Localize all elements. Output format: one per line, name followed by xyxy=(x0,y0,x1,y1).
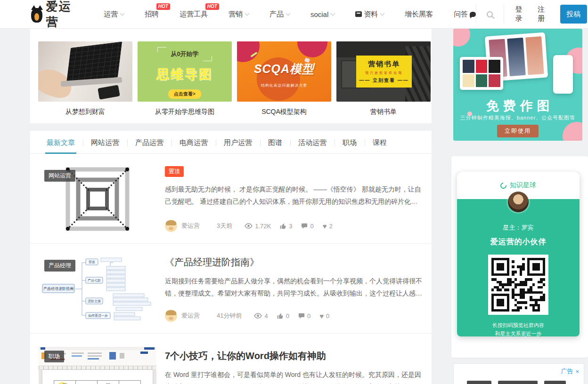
author-name[interactable]: 爱运营 xyxy=(181,222,200,230)
hot-badge: HOT xyxy=(156,3,170,10)
banner-title: 营销书单 xyxy=(368,60,400,69)
site-logo[interactable]: 爱运营 xyxy=(30,0,84,30)
tab-latest-articles[interactable]: 最新文章 xyxy=(39,137,83,153)
banner-subtitle: 结构化表达问题解决方案 xyxy=(237,83,331,88)
nav-item-tools[interactable]: 运营工具 HOT xyxy=(180,10,208,19)
article-title[interactable]: 7个小技巧，让你的Word操作如有神助 xyxy=(165,350,423,362)
featured-card-mindmap-course[interactable]: 从0开始学 思维导图 点击查看> 从零开始学思维导图 xyxy=(138,41,232,116)
category-badge[interactable]: 网站运营 xyxy=(44,170,75,182)
hearts-count: 2 xyxy=(329,223,333,230)
comments-stat[interactable]: 0 xyxy=(301,223,313,230)
banner-line2: 我只是想要你点我 xyxy=(365,71,403,75)
login-link[interactable]: 登录 xyxy=(515,5,530,23)
article-thumbnail[interactable]: 产品经理 产品经理进阶指南 前言 产品七阶 进阶之路 如何更进一步 xyxy=(39,256,156,322)
author-avatar[interactable] xyxy=(165,310,177,322)
comments-count: 0 xyxy=(310,223,313,230)
comment-icon xyxy=(298,313,305,319)
likes-stat[interactable]: 0 xyxy=(277,312,289,320)
featured-thumbnail-mindmap-banner: 从0开始学 思维导图 点击查看> xyxy=(138,41,232,102)
article-row-pm-guide: 产品经理 产品经理进阶指南 前言 产品七阶 进阶之路 如何更进一步 xyxy=(30,244,432,334)
svg-text:产品经理进阶指南: 产品经理进阶指南 xyxy=(43,287,74,291)
featured-card-scqa-model[interactable]: SCQA模型 结构化表达问题解决方案 SCQA模型架构 xyxy=(237,41,331,116)
nav-item-product[interactable]: 产品 xyxy=(270,10,290,19)
svg-text:进阶之路: 进阶之路 xyxy=(88,299,101,303)
chevron-down-icon xyxy=(245,11,249,16)
featured-card-marketing-booklist[interactable]: 营销书单 我只是想要你点我 立刻查看 营销书单 xyxy=(336,41,431,116)
likes-count: 0 xyxy=(286,312,289,320)
ad-box[interactable]: 广告 × xyxy=(453,363,584,384)
ad-close-icon[interactable]: × xyxy=(575,368,579,375)
author-avatar[interactable] xyxy=(165,220,177,232)
planet-caption: 长按扫码预览社群内容 和星主关系更近一步 xyxy=(492,321,544,338)
nav-label: 运营工具 xyxy=(180,10,208,19)
banner-title: SCQA模型 xyxy=(237,61,331,77)
featured-caption[interactable]: 从梦想到财富 xyxy=(38,108,132,116)
register-link[interactable]: 注册 xyxy=(538,5,552,23)
category-badge[interactable]: 职场 xyxy=(44,351,64,362)
header-right: 登录 注册 投稿 xyxy=(476,0,588,28)
comment-icon xyxy=(301,223,308,229)
views-count: 1.72K xyxy=(255,223,271,230)
pinned-badge: 置顶 xyxy=(165,166,184,177)
promo-cta-button[interactable]: 立即使用 xyxy=(497,125,539,137)
author-name[interactable]: 爱运营 xyxy=(181,312,200,320)
sidebar-promo-free-design[interactable]: 免费作图 三分钟制作精美海报、banner、公众号配图等 立即使用 xyxy=(453,29,582,141)
hearts-stat[interactable]: ♥ 2 xyxy=(323,223,333,230)
tab-user-ops[interactable]: 用户运营 xyxy=(216,137,260,153)
search-icon xyxy=(487,11,493,17)
article-excerpt[interactable]: 近期接到任务需要给产品新人做分享，偶然的机会看到一个分享视频，个人觉得讲得很不错… xyxy=(165,275,423,300)
chevron-down-icon xyxy=(286,11,290,16)
comments-count: 0 xyxy=(307,312,310,320)
promo-subtitle: 三分钟制作精美海报、banner、公众号配图等 xyxy=(453,114,582,121)
article-tabs: 最新文章 网站运营 产品运营 电商运营 用户运营 图谱 活动运营 职场 课程 xyxy=(30,131,432,154)
search-button[interactable] xyxy=(476,0,503,28)
article-excerpt[interactable]: 感到最无助无力的时候， 才是你真正觉醒的时候。 ——《悟空传》 那就趁无力时，让… xyxy=(165,184,423,208)
hearts-stat[interactable]: ♥ 0 xyxy=(319,312,329,320)
banner-cta-button[interactable]: 点击查看> xyxy=(168,89,201,99)
featured-caption[interactable]: SCQA模型架构 xyxy=(237,108,331,116)
hot-badge: HOT xyxy=(205,3,219,10)
nav-item-jobs[interactable]: 招聘 HOT xyxy=(145,10,159,19)
tab-product-ops[interactable]: 产品运营 xyxy=(127,137,172,153)
planet-caption-line2: 和星主关系更近一步 xyxy=(492,329,544,338)
category-badge[interactable]: 产品经理 xyxy=(44,260,75,272)
planet-owner: 星主：罗宾 xyxy=(503,224,534,232)
tab-ecommerce-ops[interactable]: 电商运营 xyxy=(172,137,216,153)
publish-time: 3天前 xyxy=(217,222,232,230)
nav-item-social[interactable]: social xyxy=(310,10,335,18)
tab-website-ops[interactable]: 网站运营 xyxy=(83,137,127,153)
tab-event-ops[interactable]: 活动运营 xyxy=(290,137,335,153)
knowledge-planet-panel: 知识星球 星主：罗宾 爱运营的小伙伴 长按扫码预览社群内容 和星主关系更近一步 xyxy=(451,156,588,358)
nav-item-marketing[interactable]: 营销 xyxy=(229,10,249,19)
tab-atlas[interactable]: 图谱 xyxy=(260,137,290,153)
page: 爱运营 运营 招聘 HOT 运营工具 HOT 营销 产品 social xyxy=(0,0,588,384)
nav-item-qa[interactable]: 问答 xyxy=(454,10,476,19)
eye-icon xyxy=(254,313,262,319)
article-title[interactable]: 《产品经理进阶指南》 xyxy=(165,256,423,269)
views-stat: 1.72K xyxy=(245,223,271,230)
comments-stat[interactable]: 0 xyxy=(298,312,310,320)
qr-code xyxy=(488,255,548,315)
tab-courses[interactable]: 课程 xyxy=(365,137,395,153)
ad-clipped-text-decor xyxy=(467,381,566,384)
featured-caption[interactable]: 从零开始学思维导图 xyxy=(138,108,232,116)
article-excerpt[interactable]: 在 Word 里打字谁都会，可是看似简单的 Word 也有让人发狂的时候。究其原… xyxy=(165,369,423,384)
hearts-count: 0 xyxy=(326,312,329,320)
likes-stat[interactable]: 3 xyxy=(280,223,292,230)
svg-text:产品七阶: 产品七阶 xyxy=(88,279,101,282)
nav-item-growth-hacker[interactable]: 增长黑客 xyxy=(405,10,433,19)
featured-card-dream-to-wealth[interactable]: 从梦想到财富 xyxy=(38,41,132,116)
submit-post-button[interactable]: 投稿 xyxy=(560,5,587,24)
nav-item-resources[interactable]: 资料 xyxy=(355,10,384,19)
archive-icon xyxy=(355,11,362,17)
article-thumbnail[interactable]: 职场 xyxy=(39,347,156,384)
nav-item-operations[interactable]: 运营 xyxy=(104,10,124,19)
knowledge-planet-card[interactable]: 知识星球 星主：罗宾 爱运营的小伙伴 长按扫码预览社群内容 和星主关系更近一步 xyxy=(457,172,580,336)
planet-brand: 知识星球 xyxy=(510,181,536,190)
featured-caption[interactable]: 营销书单 xyxy=(336,108,431,116)
site-logo-text: 爱运营 xyxy=(46,0,84,30)
ad-flag[interactable]: 广告 × xyxy=(561,367,579,376)
planet-group-name: 爱运营的小伙伴 xyxy=(490,237,547,247)
tab-workplace[interactable]: 职场 xyxy=(335,137,365,153)
article-thumbnail[interactable]: 网站运营 xyxy=(39,166,156,232)
